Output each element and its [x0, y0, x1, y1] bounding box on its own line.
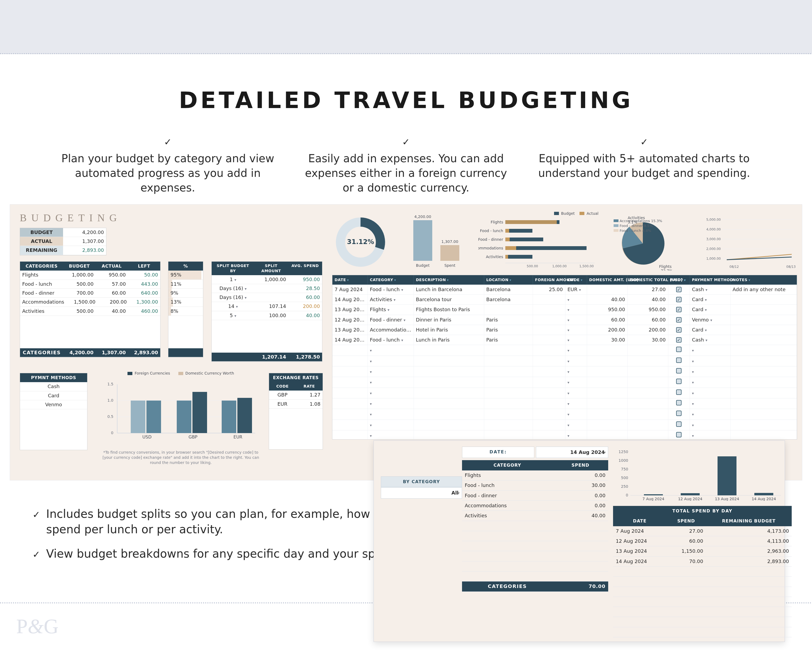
page: DETAILED TRAVEL BUDGETING ✓ Plan your bu…: [0, 0, 812, 650]
table-row: Food - lunch 500.00 57.00 443.00: [20, 280, 160, 289]
table-row[interactable]: 12 Aug 2024 Food - dinner ▾ Dinner in Pa…: [333, 315, 797, 325]
total-value: 70.00: [553, 581, 608, 592]
content-sheet: DETAILED TRAVEL BUDGETING ✓ Plan your bu…: [0, 54, 812, 650]
donut-chart: 31.12%: [332, 214, 394, 271]
svg-text:08/12: 08/12: [730, 265, 739, 269]
svg-rect-22: [505, 220, 557, 224]
legend-label: Domestic Currency Worth: [185, 371, 234, 376]
summary-label: REMAINING: [20, 246, 63, 255]
bar-label: 4,200.00: [414, 214, 431, 219]
svg-text:Food - dinner: Food - dinner: [478, 237, 503, 242]
col-header: AVG. SPEND: [288, 262, 322, 275]
exchange-rates-table: EXCHANGE RATES CODE RATE GBP 1.27 EUR 1.…: [269, 373, 323, 450]
table-row[interactable]: 13 Aug 2024 Accommodations ▾ Hotel in Pa…: [333, 325, 797, 335]
feature-item: ✓ Plan your budget by category and view …: [60, 136, 276, 195]
table-row: Activities40.00: [462, 511, 608, 521]
top-gray-band: [0, 0, 812, 54]
table-row[interactable]: 13 Aug 2024 Flights ▾ Flights Boston to …: [333, 305, 797, 315]
table-row[interactable]: ▾▾ ▾: [333, 388, 797, 398]
table-row[interactable]: ▾▾ ▾: [333, 345, 797, 356]
table-row: Days (16) ▾ 60.00: [212, 293, 322, 302]
svg-text:4,000.00: 4,000.00: [707, 228, 721, 231]
table-row: [613, 627, 792, 637]
table-row: Flights0.00: [462, 470, 608, 480]
svg-text:14 Aug 2024: 14 Aug 2024: [752, 497, 776, 501]
payment-methods-table: PYMNT METHODS CashCardVenmo: [20, 373, 87, 450]
checkbox-icon: ✓: [676, 317, 682, 323]
svg-text:GBP: GBP: [188, 434, 197, 440]
totals-label: CATEGORIES: [20, 348, 63, 357]
checkbox-icon: [676, 400, 682, 405]
col-header: SPLIT BUDGET BY: [212, 262, 254, 275]
table-row: 8%: [168, 307, 203, 316]
summary-value: 4,200.00: [63, 228, 106, 237]
svg-text:Flights: Flights: [491, 220, 503, 224]
table-row: Activities 500.00 40.00 460.00: [20, 307, 160, 316]
date-label: DATE:: [490, 449, 507, 454]
svg-text:12 Aug 2024: 12 Aug 2024: [678, 497, 702, 501]
table-row: [613, 566, 792, 577]
check-icon: ✓: [32, 509, 40, 521]
table-row[interactable]: ▾▾ ▾: [333, 409, 797, 419]
table-row: Card: [20, 392, 87, 400]
svg-text:500.00: 500.00: [527, 265, 538, 268]
percent-table: % 95% 11% 9% 13% 8%: [168, 262, 203, 358]
svg-rect-33: [505, 255, 533, 258]
table-row: [462, 572, 608, 581]
summary-table: BUDGET 4,200.00 ACTUAL 1,307.00 REMAININ…: [20, 228, 106, 255]
table-row[interactable]: ▾▾ ▾: [333, 366, 797, 377]
table-row[interactable]: ▾▾ ▾: [333, 419, 797, 430]
svg-rect-28: [505, 237, 510, 241]
svg-text:1000: 1000: [618, 458, 628, 463]
top-charts-strip: 31.12% 4,200.00 1,307.00 Budget Spent Bu…: [332, 211, 797, 274]
svg-rect-62: [754, 493, 773, 496]
screenshot-composite: BUDGETING BUDGET 4,200.00 ACTUAL 1,307.0…: [10, 204, 802, 480]
svg-text:08/13: 08/13: [786, 265, 796, 269]
svg-text:3,000.00: 3,000.00: [707, 237, 721, 241]
svg-text:5,000.00: 5,000.00: [707, 218, 721, 222]
table-row[interactable]: ▾▾ ▾: [333, 398, 797, 409]
col-header: REMAINING BUDGET: [706, 516, 792, 526]
svg-text:EUR: EUR: [234, 434, 243, 440]
table-row[interactable]: ▾▾ ▾: [333, 356, 797, 366]
table-row[interactable]: ▾▾ ▾: [333, 430, 797, 439]
checkbox-icon: [676, 421, 682, 427]
svg-rect-11: [192, 392, 207, 433]
svg-rect-25: [505, 229, 509, 232]
table-row[interactable]: ▾▾ ▾: [333, 377, 797, 388]
table-row[interactable]: 14 Aug 2024 Food - lunch ▾ Lunch in Pari…: [333, 335, 797, 345]
table-row[interactable]: 14 Aug 2024 Activities ▾ Barcelona tour …: [333, 295, 797, 305]
categories-table: CATEGORIES BUDGET ACTUAL LEFT Flights 1,…: [20, 262, 160, 358]
date-select[interactable]: 14 Aug 2024 ▾: [536, 447, 608, 458]
table-row: Venmo: [20, 400, 87, 409]
category-hbar-chart: Flights Food - lunch Food - dinner Accom…: [478, 217, 603, 268]
table-row: 1 ▾ 1,000.00 950.00: [212, 275, 322, 284]
checkbox-icon: [676, 432, 682, 437]
table-row: 5 ▾ 100.00 40.00: [212, 311, 322, 320]
svg-text:1.0: 1.0: [107, 398, 113, 402]
table-row: [613, 587, 792, 596]
svg-text:1,500.00: 1,500.00: [579, 265, 594, 268]
table-row[interactable]: 7 Aug 2024 Food - lunch ▾ Lunch in Barce…: [333, 284, 797, 295]
table-row: [613, 607, 792, 617]
table-row: Days (16) ▾ 28.50: [212, 284, 322, 293]
svg-rect-59: [644, 494, 663, 496]
date-value: 14 Aug 2024: [570, 449, 605, 455]
filter-select[interactable]: All ▾: [381, 487, 462, 499]
brand-mark: P&G: [16, 612, 58, 640]
feature-text: Equipped with 5+ automated charts to und…: [538, 152, 750, 179]
bar-label: 1,307.00: [441, 239, 458, 244]
checkbox-icon: [676, 368, 682, 373]
feature-text: Plan your budget by category and view au…: [61, 152, 274, 194]
checkbox-icon: ✓: [676, 287, 682, 292]
checkbox-icon: ✓: [676, 297, 682, 302]
svg-text:1.5: 1.5: [107, 382, 113, 386]
table-row: [613, 577, 792, 587]
filter-label: BY CATEGORY: [381, 476, 462, 487]
svg-rect-18: [413, 220, 432, 261]
checkbox-icon: [676, 358, 682, 363]
feature-item: ✓ Equipped with 5+ automated charts to u…: [536, 136, 752, 195]
check-icon: ✓: [536, 136, 752, 148]
pie-label: Flights: [659, 265, 672, 269]
feature-item: ✓ Easily add in expenses. You can add ex…: [298, 136, 514, 195]
